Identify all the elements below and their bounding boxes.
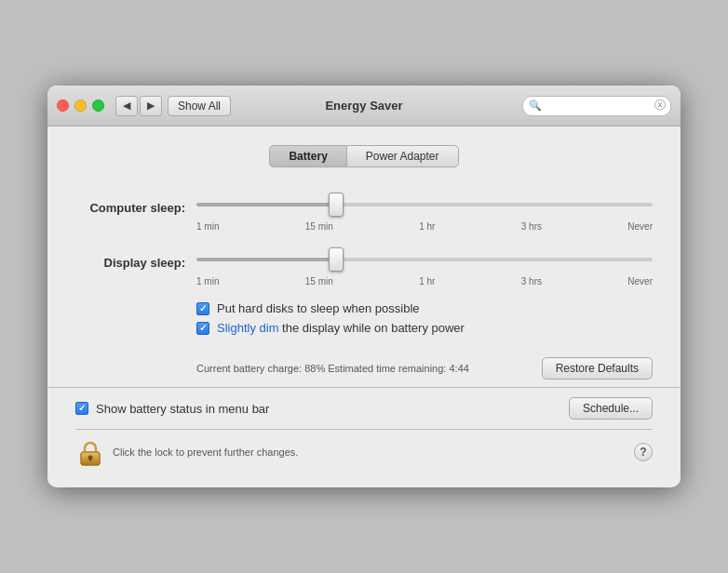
tab-power-adapter[interactable]: Power Adapter [346, 145, 459, 167]
dim-display-row: Slightly dim the display while on batter… [196, 321, 653, 335]
mark-never-cs: Never [627, 221, 653, 232]
show-battery-checkbox[interactable] [75, 402, 88, 415]
computer-sleep-slider-wrapper [196, 184, 653, 220]
mark-never-ds: Never [627, 276, 653, 286]
restore-defaults-button[interactable]: Restore Defaults [542, 357, 653, 380]
display-sleep-slider[interactable] [196, 258, 653, 261]
computer-sleep-marks: 1 min 15 min 1 hr 3 hrs Never [196, 220, 653, 232]
tab-bar: Battery Power Adapter [75, 145, 653, 167]
show-all-button[interactable]: Show All [168, 96, 231, 116]
hard-disk-sleep-row: Put hard disks to sleep when possible [196, 301, 653, 315]
computer-sleep-slider[interactable] [196, 203, 653, 207]
dim-display-label: Slightly dim the display while on batter… [217, 321, 465, 335]
minimize-button[interactable] [74, 100, 87, 112]
display-sleep-slider-container: 1 min 15 min 1 hr 3 hrs Never [196, 239, 653, 286]
help-button[interactable]: ? [634, 443, 653, 461]
schedule-button[interactable]: Schedule... [569, 397, 653, 420]
hard-disk-sleep-label: Put hard disks to sleep when possible [217, 301, 420, 315]
display-sleep-label: Display sleep: [75, 256, 196, 270]
computer-sleep-row: Computer sleep: 1 min 15 min 1 hr 3 hrs … [75, 184, 653, 232]
main-window: ◀ ▶ Show All Energy Saver 🔍 ⓧ Battery Po… [47, 86, 681, 487]
display-sleep-slider-wrapper [196, 239, 653, 274]
content-area: Battery Power Adapter Computer sleep: 1 … [47, 127, 681, 487]
status-row: Current battery charge: 88% Estimated ti… [75, 357, 653, 387]
computer-sleep-section: Computer sleep: 1 min 15 min 1 hr 3 hrs … [75, 184, 653, 232]
forward-button[interactable]: ▶ [140, 96, 162, 116]
search-icon: 🔍 [529, 100, 542, 112]
checkboxes-area: Put hard disks to sleep when possible Sl… [196, 301, 653, 335]
mark-1min-cs: 1 min [196, 221, 219, 232]
computer-sleep-label: Computer sleep: [75, 201, 196, 215]
lock-icon[interactable] [75, 437, 105, 467]
nav-arrows: ◀ ▶ [115, 96, 162, 116]
window-title: Energy Saver [325, 99, 402, 113]
show-battery-row: Show battery status in menu bar Schedule… [75, 388, 653, 429]
dim-display-label-suffix: the display while on battery power [278, 321, 464, 335]
dim-display-label-prefix: Slightly dim [217, 321, 278, 335]
mark-1hr-ds: 1 hr [419, 276, 435, 286]
display-sleep-row: Display sleep: 1 min 15 min 1 hr 3 hrs N… [75, 239, 653, 286]
tab-battery[interactable]: Battery [269, 145, 345, 167]
mark-1min-ds: 1 min [196, 276, 219, 286]
display-sleep-marks: 1 min 15 min 1 hr 3 hrs Never [196, 274, 653, 286]
search-clear-icon[interactable]: ⓧ [654, 98, 666, 113]
lock-text: Click the lock to prevent further change… [113, 446, 634, 458]
traffic-lights [57, 100, 104, 112]
mark-3hrs-cs: 3 hrs [521, 221, 542, 232]
show-battery-label: Show battery status in menu bar [96, 402, 269, 416]
search-box: 🔍 ⓧ [522, 96, 671, 116]
mark-15min-ds: 15 min [305, 276, 333, 286]
mark-1hr-cs: 1 hr [419, 221, 435, 232]
close-button[interactable] [57, 100, 69, 112]
computer-sleep-slider-container: 1 min 15 min 1 hr 3 hrs Never [196, 184, 653, 232]
mark-3hrs-ds: 3 hrs [521, 276, 542, 286]
back-button[interactable]: ◀ [115, 96, 138, 116]
maximize-button[interactable] [92, 100, 104, 112]
search-input[interactable] [522, 96, 671, 116]
dim-display-checkbox[interactable] [196, 322, 209, 335]
mark-15min-cs: 15 min [305, 221, 333, 232]
hard-disk-sleep-checkbox[interactable] [196, 302, 209, 315]
titlebar: ◀ ▶ Show All Energy Saver 🔍 ⓧ [47, 86, 681, 127]
show-battery-left: Show battery status in menu bar [75, 402, 269, 416]
bottom-bar: Click the lock to prevent further change… [75, 429, 653, 473]
svg-rect-3 [89, 458, 91, 461]
battery-status-text: Current battery charge: 88% Estimated ti… [196, 363, 469, 374]
display-sleep-section: Display sleep: 1 min 15 min 1 hr 3 hrs N… [75, 239, 653, 286]
